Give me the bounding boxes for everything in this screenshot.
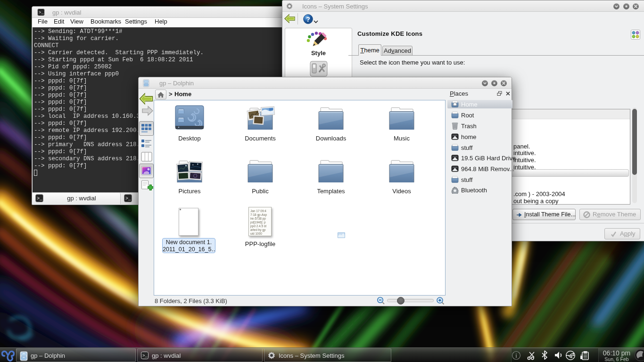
svg-text:?: ? [306,16,310,23]
svg-text:>_: >_ [142,354,148,358]
svg-text:>_: >_ [39,10,44,15]
svg-text:i: i [515,352,517,359]
svg-text:>_: >_ [125,196,132,201]
svg-text:>_: >_ [37,196,43,201]
